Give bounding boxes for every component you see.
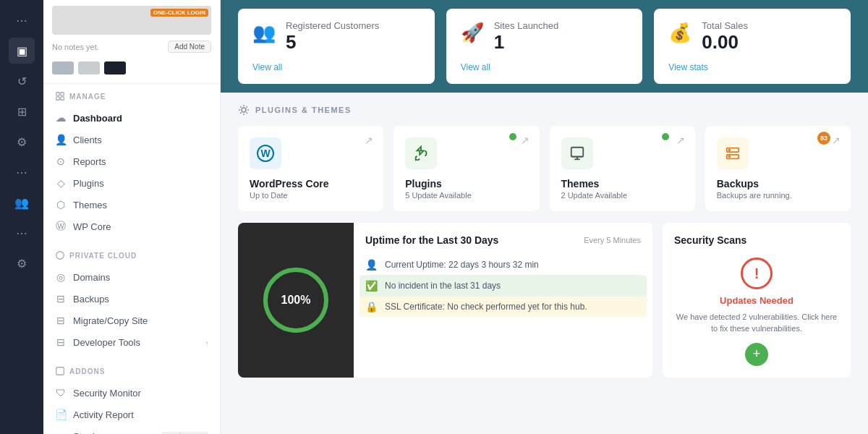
svg-rect-2: [56, 97, 59, 100]
shield-icon: 🛡: [55, 387, 67, 399]
sidebar-item-label: WP Core: [73, 221, 111, 232]
domains-icon: ◎: [55, 271, 67, 283]
sidebar-notes: No notes yet. Add Note: [52, 41, 211, 53]
svg-text:W: W: [260, 148, 271, 159]
backups-nav-icon: ⊟: [55, 293, 67, 305]
clients-icon: 👤: [55, 134, 67, 145]
add-note-button[interactable]: Add Note: [168, 41, 211, 53]
security-title-text: Security Scans: [674, 234, 839, 246]
security-warning-icon: !: [741, 258, 773, 289]
sidebar-item-label: Plugins: [73, 178, 104, 189]
plugin-card-plugins[interactable]: ↗ Plugins 5 Update Available: [393, 126, 539, 211]
wpcore-icon: Ⓦ: [55, 221, 67, 232]
sales-view-stats-link[interactable]: View stats: [668, 62, 836, 72]
sidebar-item-label: Themes: [73, 200, 107, 210]
reports-icon: ⊙: [55, 156, 67, 167]
plugin-cards-container: W ↗ WordPress Core Up to Date ↗ Plugins …: [238, 126, 851, 211]
sites-icon: 🚀: [461, 22, 484, 44]
sidebar-item-activity-report[interactable]: 📄 Activity Report: [43, 404, 220, 425]
plugins-icon: ◇: [55, 177, 67, 189]
manage-icon: [55, 91, 65, 101]
sidebar-item-wpcore[interactable]: Ⓦ WP Core: [43, 216, 220, 237]
themes-card-icon: [561, 137, 593, 169]
addons-section: ADDONS: [43, 359, 220, 382]
backups-card-name: Backups: [717, 178, 839, 190]
sidebar-item-dashboard[interactable]: ☁ Dashboard: [43, 107, 220, 129]
icon-bar-refresh[interactable]: ↺: [9, 68, 35, 94]
sidebar-item-staging[interactable]: ☁ Staging Coming Soon: [43, 425, 220, 434]
migrate-icon: ⊟: [55, 315, 67, 326]
customers-view-all-link[interactable]: View all: [252, 62, 420, 72]
icon-bar-settings[interactable]: ⚙: [9, 129, 35, 155]
plugin-card-wpcore[interactable]: W ↗ WordPress Core Up to Date: [238, 126, 383, 211]
customers-info: Registered Customers 5: [286, 20, 420, 54]
wpcore-arrow-icon: ↗: [365, 135, 373, 146]
plugins-status-dot: [509, 133, 516, 140]
backups-arrow-icon: ↗: [832, 135, 841, 146]
svg-rect-1: [61, 93, 64, 95]
private-cloud-label: PRIVATE CLOUD: [55, 250, 208, 260]
sidebar-item-label: Developer Tools: [73, 337, 140, 348]
svg-point-12: [728, 150, 730, 151]
backups-badge-count: 83: [817, 132, 830, 145]
activity-icon: 📄: [55, 409, 67, 420]
sites-view-all-link[interactable]: View all: [461, 62, 629, 72]
security-fix-button[interactable]: +: [745, 343, 768, 366]
uptime-ssl-icon: 🔒: [365, 301, 378, 312]
sidebar-item-label: Activity Report: [73, 409, 134, 420]
wpcore-card-status: Up to Date: [250, 191, 372, 200]
sidebar-item-reports[interactable]: ⊙ Reports: [43, 150, 220, 172]
icon-bar-grid[interactable]: ⊞: [9, 98, 35, 124]
uptime-current-text: Current Uptime: 22 days 3 hours 32 min: [385, 260, 539, 270]
svg-point-13: [728, 156, 730, 158]
stat-card-sales: 💰 Total Sales 0.00 View stats: [654, 9, 851, 84]
svg-point-6: [242, 108, 246, 112]
sidebar-item-themes[interactable]: ⬡ Themes: [43, 194, 220, 216]
sidebar-item-devtools[interactable]: ⊟ Developer Tools ›: [43, 331, 220, 353]
plugin-card-backups[interactable]: 83 ↗ Backups Backups are running.: [705, 126, 851, 211]
sidebar: ONE-CLICK LOGIN No notes yet. Add Note M…: [43, 0, 221, 434]
icon-bar-dashboard[interactable]: ▣: [9, 38, 35, 64]
icon-bar-users[interactable]: 👥: [9, 190, 35, 216]
sidebar-item-label: Backups: [73, 294, 109, 305]
sidebar-item-security-monitor[interactable]: 🛡 Security Monitor: [43, 382, 220, 404]
customers-value: 5: [286, 31, 420, 54]
notes-text: No notes yet.: [52, 43, 99, 51]
plugins-card-status: 5 Update Available: [405, 191, 527, 200]
icon-bar-dots[interactable]: ⋯: [9, 7, 35, 33]
sidebar-item-migrate[interactable]: ⊟ Migrate/Copy Site: [43, 310, 220, 331]
addons-label: ADDONS: [55, 366, 208, 376]
main-body: PLUGINS & THEMES W ↗ WordPress Core Up t…: [221, 93, 868, 434]
svg-point-4: [56, 252, 64, 260]
sidebar-item-plugins[interactable]: ◇ Plugins: [43, 172, 220, 194]
swatch-1: [52, 61, 74, 75]
stats-bar: 👥 Registered Customers 5 View all 🚀 Site…: [221, 0, 868, 93]
sidebar-item-clients[interactable]: 👤 Clients: [43, 129, 220, 150]
plugin-card-themes[interactable]: ↗ Themes 2 Update Available: [550, 126, 695, 211]
uptime-header: Uptime for the Last 30 Days Every 5 Minu…: [365, 234, 641, 246]
icon-bar-gear[interactable]: ⚙: [9, 250, 35, 276]
uptime-check-icon: ✅: [365, 280, 378, 292]
site-badge: ONE-CLICK LOGIN: [150, 9, 208, 17]
private-cloud-section: PRIVATE CLOUD: [43, 243, 220, 266]
svg-rect-9: [571, 148, 583, 157]
sidebar-item-label: Staging: [73, 431, 105, 435]
sales-value: 0.00: [702, 31, 836, 54]
sites-label: Sites Launched: [494, 20, 629, 31]
uptime-gauge-area: 100%: [238, 223, 354, 378]
main-content-area: 👥 Registered Customers 5 View all 🚀 Site…: [221, 0, 868, 434]
icon-bar-more2[interactable]: ⋯: [9, 220, 35, 246]
devtools-icon: ⊟: [55, 336, 67, 348]
sales-icon: 💰: [668, 22, 692, 44]
uptime-title-text: Uptime for the Last 30 Days: [365, 234, 498, 246]
sidebar-item-label: Domains: [73, 272, 110, 283]
color-swatches: [52, 59, 211, 77]
site-preview: ONE-CLICK LOGIN: [52, 6, 211, 35]
bottom-row: 100% Uptime for the Last 30 Days Every 5…: [238, 223, 851, 378]
icon-bar-more1[interactable]: ⋯: [9, 159, 35, 185]
sidebar-item-backups[interactable]: ⊟ Backups: [43, 288, 220, 310]
sidebar-item-domains[interactable]: ◎ Domains: [43, 266, 220, 288]
themes-icon: ⬡: [55, 199, 67, 210]
stat-card-sites: 🚀 Sites Launched 1 View all: [446, 9, 643, 84]
customers-label: Registered Customers: [286, 20, 420, 31]
